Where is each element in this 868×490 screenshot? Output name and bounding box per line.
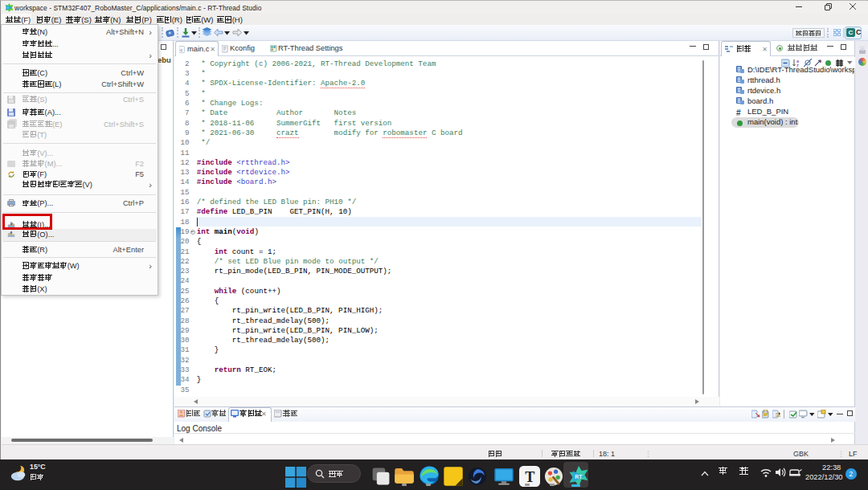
svg-text:T: T xyxy=(525,469,534,485)
svg-text:RT: RT xyxy=(575,474,583,480)
svg-text:c: c xyxy=(180,47,182,52)
svg-text:s: s xyxy=(820,59,822,63)
